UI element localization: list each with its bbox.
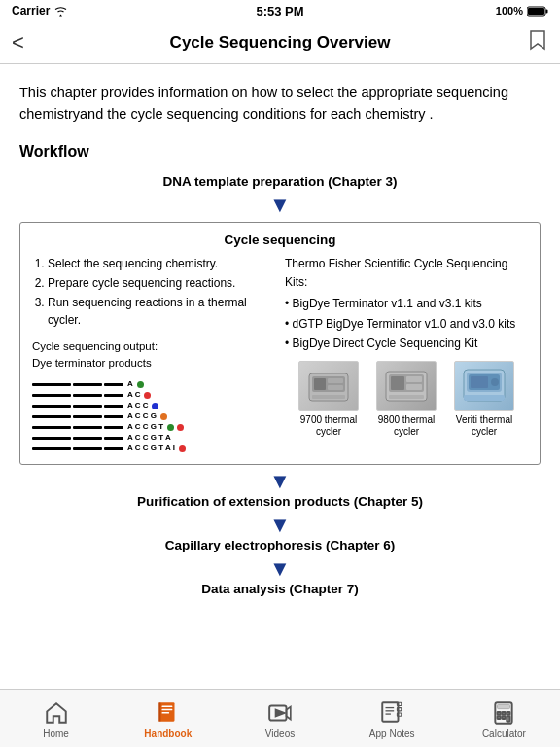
cycler-veriti-label: Veriti thermal cycler [450,414,518,438]
step3-label: Capillary electrophoresis (Chapter 6) [165,538,395,552]
svg-rect-28 [382,702,398,722]
arrow3: ▼ [269,515,291,536]
cycle-right-col: Thermo Fisher Scientific Cycle Sequencin… [285,255,528,455]
header: < Cycle Sequencing Overview [0,21,560,64]
svg-rect-40 [498,716,501,719]
svg-rect-36 [498,704,510,708]
home-icon [44,700,69,726]
page-title: Cycle Sequencing Overview [170,33,391,53]
tab-home-label: Home [43,729,69,739]
cycle-steps: Select the sequencing chemistry. Prepare… [32,255,275,329]
kits-list: BigDye Terminator v1.1 and v3.1 kits dGT… [285,295,528,353]
tab-calculator-label: Calculator [482,729,526,739]
videos-icon [267,700,293,726]
cycler-9700-img [298,361,359,411]
svg-rect-14 [389,395,424,399]
battery-icon [527,6,548,17]
kits-label: Thermo Fisher Scientific Cycle Sequencin… [285,255,528,291]
svg-rect-13 [406,384,422,390]
tab-bar: Home Handbook Videos App Notes [0,689,560,747]
svg-rect-22 [161,705,172,707]
appnotes-icon [379,700,404,726]
status-bar: Carrier 5:53 PM 100% [0,0,560,21]
status-left: Carrier [12,4,68,18]
gel-row-2: A C [32,390,275,400]
svg-rect-25 [158,702,160,722]
kit-item: dGTP BigDye Terminator v1.0 and v3.0 kit… [285,315,528,334]
cycler-9700-label: 9700 thermal cycler [295,414,363,438]
svg-rect-6 [328,378,343,383]
svg-rect-11 [391,376,404,390]
calculator-icon [491,700,516,726]
step4-label: Data analysis (Chapter 7) [201,582,358,596]
tab-videos-label: Videos [265,729,295,739]
carrier-label: Carrier [12,4,50,18]
cycle-box-content: Select the sequencing chemistry. Prepare… [32,255,528,455]
tab-calculator[interactable]: Calculator [448,690,560,747]
kit-item: BigDye Terminator v1.1 and v3.1 kits [285,295,528,313]
tab-home[interactable]: Home [0,690,112,747]
step-item: Select the sequencing chemistry. [48,255,275,272]
cycler-9800: 9800 thermal cycler [372,361,440,438]
svg-point-19 [491,378,499,386]
tab-handbook[interactable]: Handbook [112,690,224,747]
svg-marker-27 [276,709,285,716]
cycler-veriti: Veriti thermal cycler [450,361,518,438]
bookmark-icon[interactable] [529,29,546,55]
cycler-9700: 9700 thermal cycler [295,361,363,438]
tab-videos[interactable]: Videos [224,690,335,747]
handbook-icon [156,700,181,726]
kit-item: BigDye Direct Cycle Sequencing Kit [285,335,528,353]
output-label: Cycle sequencing output: [32,338,275,355]
cycler-9800-img [376,361,437,411]
gel-strip-diagram: A A C [32,379,275,453]
cycle-left-col: Select the sequencing chemistry. Prepare… [32,255,275,455]
content-area: This chapter provides information on how… [0,64,560,689]
svg-rect-23 [161,708,172,710]
step1-label: DNA template preparation (Chapter 3) [162,174,397,189]
step-item: Prepare cycle sequencing reactions. [48,274,275,292]
tab-appnotes-label: App Notes [369,729,415,739]
workflow-diagram: DNA template preparation (Chapter 3) ▼ C… [19,174,541,601]
gel-row-1: A [32,379,275,389]
tab-appnotes[interactable]: App Notes [336,690,448,747]
status-time: 5:53 PM [256,4,303,18]
arrow2: ▼ [269,471,291,492]
cyclers-row: 9700 thermal cycler [285,361,528,438]
gel-row-7: A C C G T A I [32,444,275,453]
gel-row-4: A C C G [32,411,275,421]
svg-rect-18 [464,395,505,401]
cycler-veriti-img [454,361,514,411]
step2-label: Purification of extension products (Chap… [137,494,423,509]
svg-rect-7 [328,385,343,390]
status-right: 100% [496,5,548,17]
svg-rect-41 [503,716,506,719]
workflow-title: Workflow [19,143,541,160]
arrow4: ▼ [269,558,291,580]
cycler-9800-label: 9800 thermal cycler [372,414,440,438]
back-button[interactable]: < [12,30,24,55]
arrow1: ▼ [269,195,291,216]
wifi-icon [53,6,68,17]
svg-rect-12 [406,376,422,382]
step-item: Run sequencing reactions in a thermal cy… [48,294,275,329]
svg-rect-39 [508,711,510,714]
intro-text: This chapter provides information on how… [19,82,541,125]
cycle-output: Cycle sequencing output: Dye terminator … [32,338,275,373]
gel-row-3: A C C [32,401,275,410]
svg-rect-8 [312,395,345,399]
svg-rect-42 [508,716,510,721]
svg-rect-37 [498,711,501,714]
svg-rect-2 [546,9,548,13]
output-value: Dye terminator products [32,355,275,372]
cycle-sequencing-box: Cycle sequencing Select the sequencing c… [19,222,541,466]
gel-row-5: A C C G T [32,422,275,432]
tab-handbook-label: Handbook [144,729,192,739]
svg-rect-5 [314,378,326,390]
svg-rect-24 [161,711,169,713]
svg-rect-20 [471,376,488,388]
svg-rect-38 [503,711,506,714]
gel-row-6: A C C G T A [32,433,275,443]
battery-label: 100% [496,5,523,17]
cycle-box-title: Cycle sequencing [32,232,528,247]
